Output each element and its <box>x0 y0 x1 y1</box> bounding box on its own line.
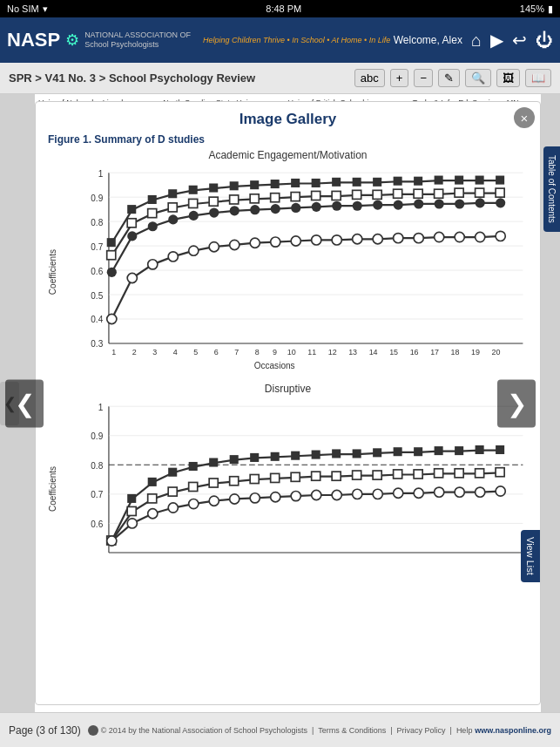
svg-text:0.4: 0.4 <box>91 315 103 324</box>
svg-rect-155 <box>209 479 218 487</box>
svg-rect-67 <box>291 193 300 201</box>
footer-privacy-link[interactable]: Privacy Policy <box>397 726 446 735</box>
svg-point-171 <box>127 519 137 528</box>
svg-rect-59 <box>127 219 136 227</box>
prev-arrow[interactable]: ❮ <box>5 379 44 427</box>
home-icon[interactable]: ⌂ <box>471 31 482 51</box>
svg-rect-51 <box>373 178 381 187</box>
progress-indicator[interactable] <box>88 725 98 736</box>
svg-point-113 <box>414 234 423 243</box>
image-button[interactable]: 🖼 <box>496 69 520 87</box>
svg-text:16: 16 <box>410 348 419 357</box>
svg-point-85 <box>250 205 260 214</box>
svg-point-92 <box>394 200 403 210</box>
footer-terms-link[interactable]: Terms & Conditions <box>318 726 386 735</box>
svg-rect-148 <box>476 445 484 454</box>
svg-text:5: 5 <box>193 348 198 357</box>
svg-rect-46 <box>271 180 280 188</box>
svg-text:1: 1 <box>98 169 104 179</box>
svg-rect-65 <box>250 194 259 203</box>
svg-text:0.5: 0.5 <box>91 291 103 301</box>
svg-rect-48 <box>312 179 320 187</box>
edit-button[interactable]: ✎ <box>438 69 460 87</box>
footer-help-link[interactable]: Help <box>456 726 473 735</box>
chart1-yaxis: Coefficients <box>48 163 60 381</box>
svg-point-178 <box>271 492 280 502</box>
svg-rect-146 <box>435 446 443 455</box>
svg-rect-62 <box>189 199 198 207</box>
footer-page: Page (3 of 130) <box>9 724 98 737</box>
gallery-modal: × Image Gallery Figure 1. Summary of D s… <box>35 101 541 705</box>
svg-rect-76 <box>476 188 484 197</box>
svg-point-189 <box>496 486 505 496</box>
svg-point-91 <box>373 200 382 210</box>
svg-rect-161 <box>332 472 341 480</box>
svg-rect-61 <box>168 203 177 212</box>
svg-point-173 <box>168 503 178 513</box>
svg-text:0.7: 0.7 <box>91 242 103 252</box>
status-bar: No SIM ▾ 8:48 PM 145% ▮ <box>0 0 560 17</box>
footer-center: © 2014 by the National Association of Sc… <box>101 726 473 735</box>
svg-point-183 <box>373 489 382 499</box>
svg-text:Occasions: Occasions <box>254 361 295 370</box>
svg-point-96 <box>476 198 485 207</box>
chart1-area: 1 0.9 0.8 0.7 0.6 0.5 0.4 <box>60 163 528 381</box>
svg-rect-156 <box>230 477 239 486</box>
svg-point-184 <box>394 488 403 498</box>
svg-point-112 <box>394 234 403 243</box>
breadcrumb-bar: SPR > V41 No. 3 > School Psychology Revi… <box>0 63 560 94</box>
svg-point-80 <box>148 221 158 231</box>
book-button[interactable]: 📖 <box>525 69 551 87</box>
svg-rect-54 <box>435 176 443 185</box>
svg-point-188 <box>476 487 485 497</box>
svg-point-187 <box>455 487 464 497</box>
chart1-wrapper: Coefficients 1 0.9 0.8 0.7 <box>48 163 528 381</box>
play-icon[interactable]: ▶ <box>490 30 503 51</box>
breadcrumb: SPR > V41 No. 3 > School Psychology Revi… <box>9 71 255 85</box>
svg-rect-147 <box>455 446 463 455</box>
svg-rect-154 <box>189 483 198 492</box>
svg-point-115 <box>455 232 464 241</box>
power-icon[interactable]: ⏻ <box>536 31 553 51</box>
zoom-in-button[interactable]: + <box>390 69 409 87</box>
svg-rect-144 <box>394 447 402 456</box>
svg-rect-140 <box>312 451 320 459</box>
footer-copyright: © 2014 by the National Association of Sc… <box>101 726 307 735</box>
svg-rect-168 <box>476 469 484 478</box>
svg-point-111 <box>373 234 382 244</box>
status-right: 145% ▮ <box>520 3 553 15</box>
abc-button[interactable]: abc <box>354 69 385 87</box>
svg-rect-63 <box>209 197 218 206</box>
svg-rect-74 <box>435 189 443 198</box>
toc-tab[interactable]: Table of Contents <box>543 146 560 232</box>
svg-point-84 <box>230 206 240 215</box>
zoom-out-button[interactable]: − <box>414 69 433 87</box>
svg-rect-75 <box>455 188 463 197</box>
svg-rect-40 <box>148 195 157 204</box>
footer-url[interactable]: www.nasponline.org <box>475 726 551 735</box>
header: NASP ⚙ NATIONAL ASSOCIATION OF School Ps… <box>0 17 560 63</box>
svg-rect-64 <box>230 195 239 204</box>
chart2-wrapper: Coefficients 1 0.9 0.8 <box>48 397 528 581</box>
battery: 145% <box>520 3 544 14</box>
svg-text:1: 1 <box>111 348 116 357</box>
svg-text:0.8: 0.8 <box>91 218 103 227</box>
svg-rect-49 <box>332 178 341 187</box>
search-button[interactable]: 🔍 <box>465 69 491 87</box>
main-content: Univ. of Nebraska-Lincoln George Sugai U… <box>0 94 560 712</box>
view-list-button[interactable]: View List <box>521 530 540 582</box>
svg-rect-73 <box>414 189 422 198</box>
nasp-org-text: NATIONAL ASSOCIATION OF School Psycholog… <box>84 31 191 50</box>
nasp-logo-icon: ⚙ <box>65 31 79 50</box>
back-icon[interactable]: ↩ <box>512 30 527 51</box>
next-arrow[interactable]: ❯ <box>497 379 536 427</box>
svg-point-175 <box>209 496 219 506</box>
svg-text:0.8: 0.8 <box>91 461 103 471</box>
svg-rect-165 <box>414 470 422 479</box>
svg-rect-68 <box>312 191 320 200</box>
svg-rect-143 <box>373 448 381 457</box>
time: 8:48 PM <box>266 3 301 14</box>
svg-point-106 <box>271 237 280 247</box>
svg-text:4: 4 <box>173 348 178 357</box>
modal-close-button[interactable]: × <box>514 107 535 128</box>
